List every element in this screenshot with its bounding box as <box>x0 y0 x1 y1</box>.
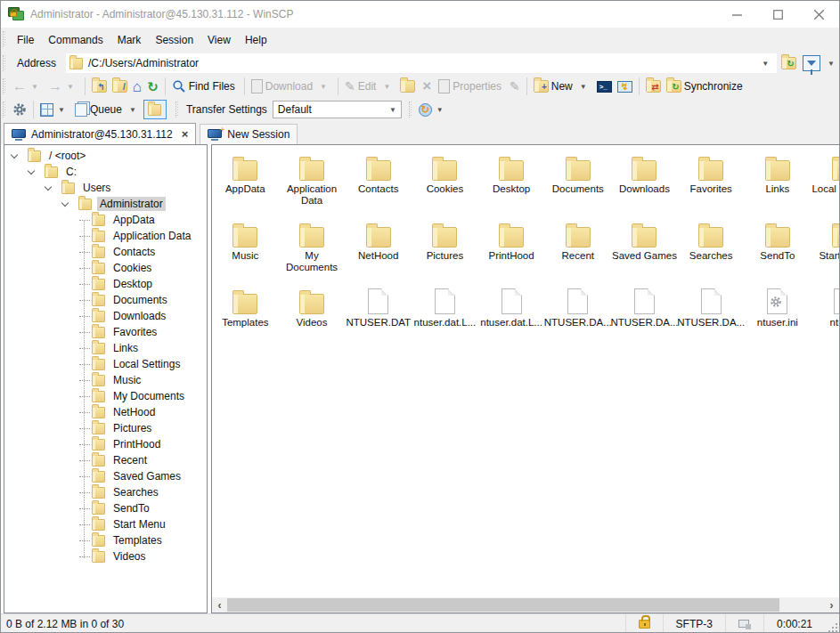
chevron-down-icon[interactable] <box>45 183 52 190</box>
file-item[interactable]: Desktop <box>478 150 545 217</box>
file-item[interactable]: Favorites <box>678 150 745 217</box>
chevron-down-icon[interactable] <box>61 199 69 206</box>
file-item[interactable]: Application Data <box>279 150 346 217</box>
forward-button[interactable]: →▼ <box>45 76 81 97</box>
delete-button[interactable]: × <box>418 76 436 97</box>
file-item[interactable]: ntuser.dat.L... <box>478 284 545 351</box>
file-item[interactable]: Searches <box>678 217 745 284</box>
open-console-button[interactable]: >_ <box>594 76 615 97</box>
file-item[interactable]: NetHood <box>345 217 412 284</box>
protocol-cell[interactable]: SFTP-3 <box>663 614 725 633</box>
file-item[interactable]: NTUSER.DA... <box>544 284 611 351</box>
tree-item[interactable]: Links <box>4 340 207 356</box>
file-item[interactable]: NTUSER.DAT <box>345 284 412 351</box>
tree-item[interactable]: Saved Games <box>4 468 207 484</box>
scroll-left-icon[interactable]: ‹ <box>212 597 227 613</box>
scrollbar-thumb[interactable] <box>227 598 779 612</box>
tree-item[interactable]: C: <box>4 164 207 180</box>
minimize-button[interactable] <box>716 1 757 28</box>
toolbar-grip[interactable] <box>3 78 7 94</box>
download-button[interactable]: Download ▼ <box>249 76 334 97</box>
back-button[interactable]: ←▼ <box>10 76 45 97</box>
find-files-button[interactable]: Find Files <box>169 76 241 97</box>
queue-button[interactable]: Queue ▼ <box>72 99 143 120</box>
sync-grip[interactable] <box>409 101 413 118</box>
tree-item[interactable]: Desktop <box>4 276 207 292</box>
tree-item[interactable]: Favorites <box>4 324 207 340</box>
close-button[interactable] <box>798 1 839 28</box>
tree-item[interactable]: Templates <box>4 532 207 548</box>
file-item[interactable]: Start Menu <box>811 217 839 284</box>
new-button[interactable]: + New ▼ <box>531 76 594 97</box>
file-item[interactable]: ntuser.dat.L... <box>412 284 478 351</box>
file-item[interactable]: Documents <box>544 150 611 217</box>
connection-cell[interactable] <box>725 614 763 633</box>
tree-item[interactable]: Pictures <box>4 420 207 436</box>
rename-button[interactable]: ✎ <box>507 76 523 97</box>
duplicate-button[interactable] <box>397 76 418 97</box>
transfer-grip[interactable] <box>175 101 180 118</box>
file-item[interactable]: NTUSER.DA... <box>678 284 745 351</box>
synchronize-browsing-button[interactable]: ⇄ <box>643 76 664 97</box>
file-item[interactable]: AppData <box>212 150 279 217</box>
tree-item[interactable]: SendTo <box>4 500 207 516</box>
encryption-status-cell[interactable] <box>625 614 663 633</box>
tree-item[interactable]: Documents <box>4 292 207 308</box>
file-item[interactable]: Recent <box>544 217 611 284</box>
tree-item[interactable]: / <root> <box>4 148 207 164</box>
file-item[interactable]: Templates <box>212 284 279 351</box>
open-directory-button[interactable]: ↻ <box>778 53 799 73</box>
file-item[interactable]: Videos <box>279 284 346 351</box>
menu-item-file[interactable]: File <box>10 30 41 50</box>
file-item[interactable]: Music <box>212 217 279 284</box>
chevron-down-icon[interactable] <box>28 166 35 174</box>
open-in-putty-button[interactable]: ↯ <box>615 76 635 97</box>
address-field[interactable]: /C:/Users/Administrator ▼ <box>65 53 777 74</box>
resize-grip[interactable] <box>827 621 839 633</box>
tree-item[interactable]: Videos <box>4 548 207 564</box>
menu-item-help[interactable]: Help <box>238 30 274 50</box>
chevron-down-icon[interactable] <box>11 150 18 158</box>
filter-dropdown-icon[interactable]: ▼ <box>823 60 839 68</box>
file-item[interactable]: My Documents <box>279 217 346 284</box>
tree-item[interactable]: Music <box>4 372 207 388</box>
file-item[interactable]: Cookies <box>412 150 478 217</box>
menu-item-session[interactable]: Session <box>148 30 200 50</box>
home-directory-button[interactable]: ⌂ <box>130 76 144 97</box>
horizontal-scrollbar[interactable]: ‹ › <box>212 597 839 613</box>
file-item[interactable]: PrintHood <box>478 217 545 284</box>
file-item[interactable]: SendTo <box>745 217 811 284</box>
address-grip[interactable] <box>3 55 7 71</box>
file-item[interactable]: ntuser.ini <box>745 284 811 351</box>
file-item[interactable]: Links <box>745 150 811 217</box>
file-item[interactable]: Saved Games <box>611 217 678 284</box>
address-dropdown-icon[interactable]: ▼ <box>757 60 773 68</box>
panel-layout-button[interactable]: ▼ <box>37 99 72 120</box>
filter-button[interactable] <box>801 53 822 73</box>
parent-directory-button[interactable]: ↰ <box>89 76 110 97</box>
tree-item[interactable]: Users <box>4 180 207 196</box>
tree-view-toggle-button[interactable] <box>143 100 167 119</box>
synchronize-browsing-toggle[interactable]: ↻▼ <box>416 99 451 120</box>
tree-item[interactable]: Application Data <box>4 228 207 244</box>
tree-item[interactable]: My Documents <box>4 388 207 404</box>
tree-item[interactable]: Searches <box>4 484 207 500</box>
tree-item[interactable]: Start Menu <box>4 516 207 532</box>
file-item[interactable]: Contacts <box>345 150 412 217</box>
file-item[interactable]: Downloads <box>611 150 678 217</box>
tab-session-active[interactable]: Administrator@45.130.31.112 × <box>4 123 196 144</box>
preferences-button[interactable] <box>10 99 29 120</box>
properties-button[interactable]: Properties <box>436 76 507 97</box>
tree-item[interactable]: PrintHood <box>4 436 207 452</box>
toolbar2-grip[interactable] <box>3 101 7 118</box>
tree-item[interactable]: Downloads <box>4 308 207 324</box>
tree-item[interactable]: AppData <box>4 212 207 228</box>
refresh-button[interactable]: ↻ <box>144 76 161 97</box>
root-directory-button[interactable]: / <box>110 76 130 97</box>
menu-item-mark[interactable]: Mark <box>110 30 149 50</box>
file-item[interactable]: Pictures <box>412 217 478 284</box>
file-item[interactable]: Local Settings <box>811 150 839 217</box>
scroll-right-icon[interactable]: › <box>824 597 839 613</box>
menu-item-commands[interactable]: Commands <box>41 30 110 50</box>
tree-item[interactable]: NetHood <box>4 404 207 420</box>
